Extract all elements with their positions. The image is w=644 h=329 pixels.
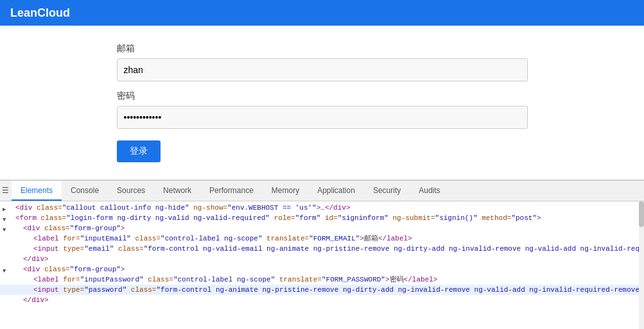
code-line-2[interactable]: <form class="login-form ng-dirty ng-vali… — [0, 213, 644, 223]
tab-audits[interactable]: Audits — [410, 181, 449, 201]
top-nav: LeanCloud — [0, 0, 644, 26]
tab-memory[interactable]: Memory — [263, 181, 308, 201]
password-label: 密码 — [117, 90, 528, 102]
scrollbar-thumb — [639, 201, 644, 227]
tab-performance[interactable]: Performance — [200, 181, 263, 201]
tab-console[interactable]: Console — [62, 181, 108, 201]
devtools-tabs: ☰ Elements Console Sources Network Perfo… — [0, 181, 644, 201]
logo: LeanCloud — [10, 6, 70, 20]
code-line-4[interactable]: <label for="inputEmail" class="control-l… — [0, 233, 644, 244]
email-label: 邮箱 — [117, 43, 528, 55]
code-line-3[interactable]: <div class="form-group"> — [0, 223, 644, 233]
tab-elements[interactable]: Elements — [12, 181, 62, 201]
password-input[interactable] — [117, 106, 528, 129]
code-line-5[interactable]: <input type="email" class="form-control … — [0, 244, 644, 254]
inspect-icon[interactable]: ☰ — [0, 180, 10, 201]
devtools-panel: ☰ Elements Console Sources Network Perfo… — [0, 180, 644, 329]
devtools-content: <div class="callout callout-info ng-hide… — [0, 201, 644, 329]
code-line-9[interactable]: <input type="password" class="form-contr… — [0, 285, 644, 295]
code-line-6[interactable]: </div> — [0, 254, 644, 264]
login-form: 邮箱 密码 登录 — [117, 43, 528, 162]
tab-application[interactable]: Application — [308, 181, 364, 201]
tab-security[interactable]: Security — [364, 181, 410, 201]
main-area: 邮箱 密码 登录 — [0, 26, 644, 180]
code-line-1[interactable]: <div class="callout callout-info ng-hide… — [0, 203, 644, 213]
code-line-10[interactable]: </div> — [0, 295, 644, 305]
code-line-7[interactable]: <div class="form-group"> — [0, 264, 644, 274]
email-input[interactable] — [117, 58, 528, 81]
code-line-8[interactable]: <label for="inputPassword" class="contro… — [0, 274, 644, 285]
scrollbar[interactable] — [639, 201, 644, 329]
tab-network[interactable]: Network — [154, 181, 200, 201]
tab-sources[interactable]: Sources — [108, 181, 154, 201]
login-button[interactable]: 登录 — [117, 140, 161, 162]
